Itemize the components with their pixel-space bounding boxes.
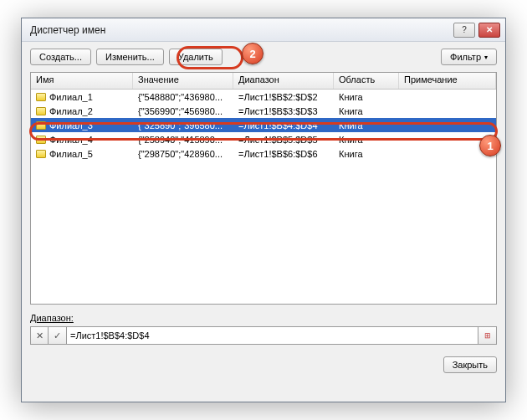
table-row[interactable]: Филиал_3{"325890";"396580...=Лист1!$B$4:… (31, 118, 496, 132)
callout-2: 2 (242, 43, 264, 64)
value-cell: {"356990";"456980... (133, 105, 233, 117)
range-label: Диапазон: (30, 313, 497, 323)
edit-button[interactable]: Изменить... (96, 49, 164, 65)
name-tag-icon (36, 136, 46, 144)
range-section: Диапазон: ✕ ✓ =Лист1!$B$4:$D$4 ⊞ (30, 313, 497, 345)
value-cell: {"325890";"396580... (133, 120, 233, 131)
column-headers: Имя Значение Диапазон Область Примечание (31, 73, 496, 90)
header-value[interactable]: Значение (133, 73, 233, 89)
name-text: Филиал_2 (49, 106, 93, 116)
table-row[interactable]: Филиал_1{"548880";"436980...=Лист1!$B$2:… (31, 90, 496, 104)
name-tag-icon (36, 121, 46, 130)
range-input[interactable]: =Лист1!$B$4:$D$4 (67, 326, 478, 345)
note-cell (399, 110, 496, 112)
name-text: Филиал_3 (49, 120, 93, 131)
name-cell: Филиал_1 (31, 91, 133, 103)
header-note[interactable]: Примечание (399, 73, 496, 89)
scope-cell: Книга (334, 134, 399, 146)
range-cell: =Лист1!$B$6:$D$6 (233, 148, 334, 160)
range-cell: =Лист1!$B$5:$D$5 (233, 134, 334, 146)
value-cell: {"298750";"428960... (133, 148, 233, 160)
scope-cell: Книга (334, 105, 399, 117)
range-cell: =Лист1!$B$4:$D$4 (233, 120, 334, 131)
name-manager-dialog: Диспетчер имен ? ✕ Создать... Изменить..… (21, 18, 506, 402)
name-text: Филиал_1 (49, 92, 93, 102)
name-tag-icon (36, 107, 46, 115)
header-name[interactable]: Имя (31, 73, 133, 89)
value-cell: {"258940";"415890... (133, 134, 233, 146)
delete-button[interactable]: Удалить (169, 49, 223, 65)
note-cell (399, 96, 496, 98)
table-row[interactable]: Филиал_5{"298750";"428960...=Лист1!$B$6:… (31, 146, 496, 161)
name-cell: Филиал_4 (31, 134, 133, 146)
range-picker-icon[interactable]: ⊞ (478, 326, 497, 345)
cancel-range-button[interactable]: ✕ (30, 326, 49, 345)
window-title: Диспетчер имен (30, 24, 453, 36)
close-button[interactable]: Закрыть (443, 356, 497, 373)
new-button[interactable]: Создать... (30, 49, 91, 65)
name-text: Филиал_5 (49, 149, 93, 159)
name-cell: Филиал_5 (31, 148, 133, 160)
name-cell: Филиал_3 (31, 120, 133, 131)
scope-cell: Книга (334, 148, 399, 160)
range-cell: =Лист1!$B$3:$D$3 (233, 105, 334, 117)
name-tag-icon (36, 150, 46, 158)
help-button[interactable]: ? (453, 23, 475, 38)
header-scope[interactable]: Область (334, 73, 399, 89)
name-tag-icon (36, 93, 46, 101)
confirm-range-button[interactable]: ✓ (49, 326, 67, 345)
note-cell (399, 125, 496, 126)
titlebar: Диспетчер имен ? ✕ (22, 18, 505, 42)
toolbar: Создать... Изменить... Удалить Фильтр▾ (22, 42, 505, 72)
range-cell: =Лист1!$B$2:$D$2 (233, 91, 334, 103)
header-range[interactable]: Диапазон (233, 73, 334, 89)
table-row[interactable]: Филиал_4{"258940";"415890...=Лист1!$B$5:… (31, 132, 496, 146)
callout-1: 1 (479, 135, 501, 156)
name-text: Филиал_4 (49, 135, 93, 145)
scope-cell: Книга (334, 91, 399, 103)
value-cell: {"548880";"436980... (133, 91, 233, 103)
close-window-button[interactable]: ✕ (478, 23, 500, 38)
scope-cell: Книга (334, 120, 399, 131)
name-cell: Филиал_2 (31, 105, 133, 117)
table-row[interactable]: Филиал_2{"356990";"456980...=Лист1!$B$3:… (31, 104, 496, 118)
filter-button[interactable]: Фильтр▾ (441, 49, 497, 65)
names-list[interactable]: Имя Значение Диапазон Область Примечание… (30, 72, 497, 305)
